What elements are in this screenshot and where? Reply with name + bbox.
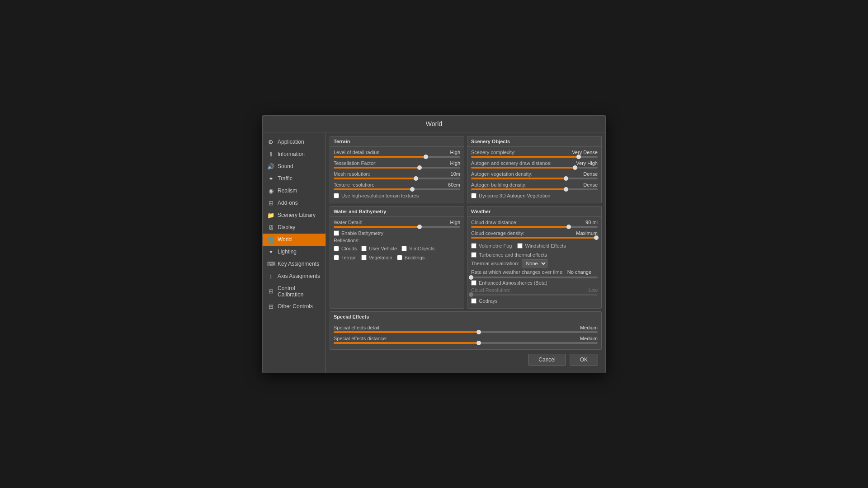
terrain-checkbox-row[interactable]: Terrain — [334, 255, 357, 260]
rate-row: Rate at which weather changes over time:… — [471, 269, 598, 275]
sidebar-item-control-calibration[interactable]: ⊞ Control Calibration — [263, 282, 326, 300]
simobjects-checkbox[interactable] — [401, 246, 407, 251]
water-detail-slider[interactable] — [334, 226, 460, 228]
fx-detail-slider-row: Special effects detail: Medium — [334, 325, 598, 333]
sound-icon: 🔊 — [267, 163, 274, 170]
scenery-library-icon: 📁 — [267, 212, 274, 219]
autogen-draw-slider[interactable] — [471, 167, 598, 169]
buildings-checkbox[interactable] — [397, 255, 402, 260]
cloud-draw-slider-row: Cloud draw distance: 90 mi — [471, 220, 598, 228]
dynamic-autogen-checkbox[interactable] — [471, 193, 476, 198]
sidebar-item-axis-assignments[interactable]: ↕ Axis Assignments — [263, 270, 326, 282]
cloud-coverage-slider[interactable] — [471, 237, 598, 239]
sidebar-item-information[interactable]: ℹ Information — [263, 148, 326, 160]
texture-slider[interactable] — [334, 188, 460, 190]
complexity-slider[interactable] — [471, 156, 598, 158]
sidebar-item-key-assignments[interactable]: ⌨ Key Assignments — [263, 258, 326, 270]
tessellation-slider[interactable] — [334, 167, 460, 169]
addons-icon: ⊞ — [267, 200, 274, 206]
clouds-checkbox-row[interactable]: Clouds — [334, 246, 357, 251]
traffic-icon: ✦ — [267, 175, 274, 182]
godrays-checkbox-row[interactable]: Godrays — [471, 298, 598, 304]
simobjects-checkbox-row[interactable]: SimObjects — [401, 246, 434, 251]
clouds-checkbox[interactable] — [334, 246, 339, 251]
terrain-header: Terrain — [330, 136, 464, 147]
display-icon: 🖥 — [267, 224, 274, 231]
buildings-checkbox-row[interactable]: Buildings — [397, 255, 425, 260]
key-assignments-icon: ⌨ — [267, 261, 274, 267]
scenery-objects-panel: Scenery Objects Scenery complexity: Very… — [467, 136, 602, 203]
turbulence-checkbox[interactable] — [471, 252, 476, 258]
autogen-draw-slider-row: Autogen and scenery draw distance: Very … — [471, 160, 598, 169]
water-detail-slider-row: Water Detail: High — [334, 220, 460, 228]
godrays-checkbox[interactable] — [471, 298, 476, 304]
fx-detail-slider[interactable] — [334, 331, 598, 333]
autogen-bld-slider[interactable] — [471, 188, 598, 190]
volumetric-fog-checkbox-row[interactable]: Volumetric Fog — [471, 243, 512, 249]
sidebar-item-scenery-library[interactable]: 📁 Scenery Library — [263, 209, 326, 221]
terrain-panel: Terrain Level of detail radius: High — [330, 136, 464, 203]
user-vehicle-checkbox[interactable] — [361, 246, 367, 251]
cloud-res-slider[interactable] — [471, 294, 598, 296]
reflections-checkboxes-2: Terrain Vegetation Buildings — [334, 253, 460, 262]
mesh-slider-row: Mesh resolution: 10m — [334, 171, 460, 179]
thermal-vis-dropdown[interactable]: None — [522, 259, 547, 267]
volumetric-fog-checkbox[interactable] — [471, 243, 476, 249]
main-content: Terrain Level of detail radius: High — [326, 132, 605, 373]
lighting-icon: ✦ — [267, 249, 274, 255]
sidebar-item-sound[interactable]: 🔊 Sound — [263, 160, 326, 173]
bathymetry-checkbox-row[interactable]: Enable Bathymetry — [334, 230, 460, 236]
ok-button[interactable]: OK — [570, 354, 598, 366]
tessellation-slider-row: Tessellation Factor: High — [334, 160, 460, 169]
user-vehicle-checkbox-row[interactable]: User Vehicle — [361, 246, 397, 251]
sidebar-item-lighting[interactable]: ✦ Lighting — [263, 246, 326, 258]
vegetation-checkbox[interactable] — [361, 255, 367, 260]
vegetation-checkbox-row[interactable]: Vegetation — [361, 255, 392, 260]
terrain-checkbox[interactable] — [334, 255, 339, 260]
enhanced-atm-checkbox[interactable] — [471, 280, 476, 286]
rate-slider[interactable] — [471, 277, 598, 278]
water-header: Water and Bathymetry — [330, 206, 464, 217]
other-controls-icon: ⊟ — [267, 303, 274, 310]
reflections-label: Reflections: — [334, 238, 460, 243]
weather-panel: Weather Cloud draw distance: 90 mi — [467, 206, 602, 309]
sidebar-item-other-controls[interactable]: ⊟ Other Controls — [263, 300, 326, 313]
sidebar-item-world[interactable]: 🌐 World — [263, 234, 326, 246]
fx-distance-slider[interactable] — [334, 342, 598, 344]
hires-terrain-checkbox[interactable] — [334, 193, 339, 198]
sidebar: ⚙ Application ℹ Information 🔊 Sound ✦ Tr… — [263, 132, 326, 373]
sidebar-item-traffic[interactable]: ✦ Traffic — [263, 173, 326, 185]
lod-slider[interactable] — [334, 156, 460, 158]
water-panel: Water and Bathymetry Water Detail: High — [330, 206, 464, 309]
autogen-veg-slider[interactable] — [471, 178, 598, 179]
sidebar-item-realism[interactable]: ◉ Realism — [263, 185, 326, 197]
thermal-vis-row: Thermal visualization: None — [471, 259, 598, 267]
windshield-effects-checkbox-row[interactable]: Windshield Effects — [517, 243, 566, 249]
cancel-button[interactable]: Cancel — [528, 354, 566, 366]
turbulence-checkbox-row[interactable]: Turbulence and thermal effects — [471, 252, 598, 258]
mesh-slider[interactable] — [334, 178, 460, 179]
lod-slider-row: Level of detail radius: High — [334, 150, 460, 158]
realism-icon: ◉ — [267, 188, 274, 194]
special-effects-header: Special Effects — [330, 312, 601, 322]
enhanced-atm-checkbox-row[interactable]: Enhanced Atmospherics (Beta) — [471, 280, 598, 286]
texture-slider-row: Texture resolution: 60cm — [334, 182, 460, 190]
dynamic-autogen-checkbox-row[interactable]: Dynamic 3D Autogen Vegetation — [471, 193, 598, 198]
windshield-effects-checkbox[interactable] — [517, 243, 523, 249]
special-effects-panel: Special Effects Special effects detail: … — [330, 311, 602, 350]
dialog-title: World — [263, 116, 605, 132]
world-icon: 🌐 — [267, 236, 274, 243]
dialog-footer: Cancel OK — [330, 350, 602, 369]
cloud-coverage-slider-row: Cloud coverage density: Maximum — [471, 230, 598, 239]
weather-header: Weather — [467, 206, 601, 217]
sidebar-item-application[interactable]: ⚙ Application — [263, 136, 326, 148]
sidebar-item-addons[interactable]: ⊞ Add-ons — [263, 197, 326, 209]
settings-dialog: World ⚙ Application ℹ Information 🔊 Soun… — [262, 115, 606, 373]
sidebar-item-display[interactable]: 🖥 Display — [263, 221, 326, 234]
cloud-draw-slider[interactable] — [471, 226, 598, 228]
bathymetry-checkbox[interactable] — [334, 230, 339, 236]
scenery-objects-header: Scenery Objects — [467, 136, 601, 147]
control-calibration-icon: ⊞ — [267, 288, 274, 295]
axis-assignments-icon: ↕ — [267, 273, 274, 280]
hires-terrain-checkbox-row[interactable]: Use high-resolution terrain textures — [334, 193, 460, 198]
